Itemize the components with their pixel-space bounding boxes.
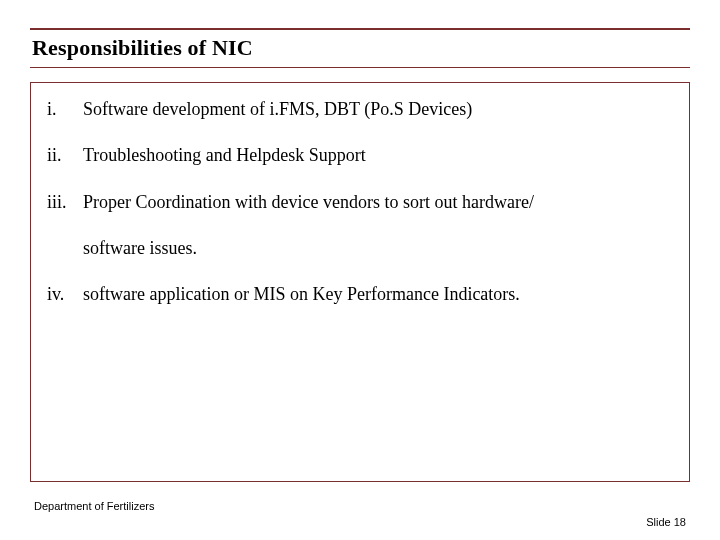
slide-title: Responsibilities of NIC bbox=[30, 32, 690, 68]
list-item: Troubleshooting and Helpdesk Support bbox=[39, 143, 671, 167]
footer-left: Department of Fertilizers bbox=[34, 500, 154, 512]
list-item: Proper Coordination with device vendors … bbox=[39, 190, 671, 261]
title-rule-top bbox=[30, 28, 690, 30]
footer-right: Slide 18 bbox=[646, 516, 686, 528]
list-item-text: Software development of i.FMS, DBT (Po.S… bbox=[83, 99, 472, 119]
list-item-text: Proper Coordination with device vendors … bbox=[83, 192, 534, 212]
list-item-text-cont: software issues. bbox=[83, 236, 671, 260]
content-box: Software development of i.FMS, DBT (Po.S… bbox=[30, 82, 690, 482]
list-item: Software development of i.FMS, DBT (Po.S… bbox=[39, 97, 671, 121]
ordered-list: Software development of i.FMS, DBT (Po.S… bbox=[39, 97, 671, 306]
list-item-text: Troubleshooting and Helpdesk Support bbox=[83, 145, 366, 165]
title-area: Responsibilities of NIC bbox=[30, 28, 690, 68]
list-item-text: software application or MIS on Key Perfo… bbox=[83, 284, 520, 304]
list-item: software application or MIS on Key Perfo… bbox=[39, 282, 671, 306]
